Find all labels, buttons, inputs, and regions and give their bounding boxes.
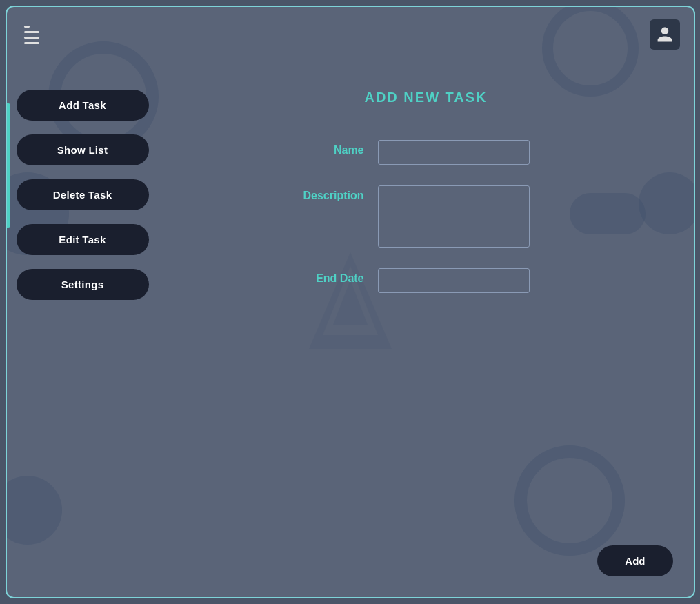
menu-icon[interactable]	[21, 21, 48, 48]
description-label: Description	[288, 185, 364, 202]
menu-line-dot	[24, 26, 30, 28]
description-input[interactable]	[378, 185, 530, 248]
show-list-button[interactable]: Show List	[17, 134, 149, 165]
add-button[interactable]: Add	[597, 545, 672, 576]
app-container: Add Task Show List Delete Task Edit Task…	[6, 6, 695, 598]
menu-line-3	[24, 42, 39, 44]
edit-task-button[interactable]: Edit Task	[17, 224, 149, 255]
user-profile-icon[interactable]	[650, 19, 680, 50]
delete-task-button[interactable]: Delete Task	[17, 179, 149, 210]
person-icon	[656, 26, 674, 43]
menu-line-1	[24, 31, 39, 33]
add-task-button[interactable]: Add Task	[17, 90, 149, 121]
end-date-label: End Date	[288, 268, 364, 285]
name-label: Name	[288, 140, 364, 157]
main-content: ADD NEW TASK Name Description End Date	[159, 62, 694, 597]
name-field-row: Name	[288, 140, 564, 165]
add-task-form: Name Description End Date	[288, 140, 564, 293]
end-date-input[interactable]	[378, 268, 530, 293]
end-date-field-row: End Date	[288, 268, 564, 293]
name-input[interactable]	[378, 140, 530, 165]
page-title: ADD NEW TASK	[364, 90, 487, 105]
menu-line-2	[24, 37, 39, 39]
bg-decoration-3	[6, 476, 62, 545]
description-field-row: Description	[288, 185, 564, 248]
header	[7, 7, 694, 62]
sidebar: Add Task Show List Delete Task Edit Task…	[7, 76, 159, 314]
settings-button[interactable]: Settings	[17, 269, 149, 300]
